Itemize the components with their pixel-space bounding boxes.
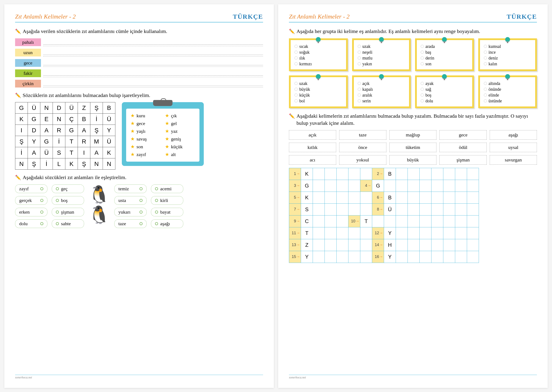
crossword-clue-cell[interactable]: 4→ bbox=[360, 180, 372, 192]
crossword-cell[interactable] bbox=[396, 251, 408, 263]
match-pill[interactable]: zayıf bbox=[15, 184, 47, 193]
note-item[interactable]: derin bbox=[421, 56, 470, 61]
crossword-cell[interactable] bbox=[313, 239, 325, 251]
crossword-letter-cell[interactable]: T bbox=[360, 215, 372, 227]
crossword-cell[interactable] bbox=[408, 192, 420, 203]
match-dot-icon[interactable] bbox=[140, 222, 142, 225]
match-pill[interactable]: dolu bbox=[15, 219, 47, 228]
crossword-cell[interactable] bbox=[408, 215, 420, 227]
color-bubble-icon[interactable] bbox=[484, 82, 487, 85]
note-item[interactable]: uzak bbox=[295, 81, 344, 86]
note-item[interactable]: altında bbox=[484, 81, 533, 86]
crossword-cell[interactable] bbox=[443, 203, 455, 215]
note-item[interactable]: kapalı bbox=[358, 87, 407, 92]
crossword-cell[interactable] bbox=[443, 180, 455, 192]
crossword-clue-cell[interactable]: 2→ bbox=[372, 168, 384, 180]
crossword-grid[interactable]: 1→K2→B3→G4→G5→K6→B7→S8→Ü9→C10→T11→T12→Y1… bbox=[289, 168, 479, 263]
color-bubble-icon[interactable] bbox=[421, 45, 424, 48]
crossword-clue-cell[interactable]: 13→ bbox=[289, 239, 301, 251]
crossword-cell[interactable] bbox=[396, 192, 408, 203]
crossword-cell[interactable] bbox=[313, 180, 325, 192]
crossword-cell[interactable] bbox=[360, 239, 372, 251]
crossword-cell[interactable] bbox=[313, 203, 325, 215]
crossword-clue-cell[interactable]: 9→ bbox=[289, 215, 301, 227]
grid-cell[interactable]: G bbox=[40, 136, 53, 147]
grid-cell[interactable]: N bbox=[53, 114, 65, 125]
color-bubble-icon[interactable] bbox=[358, 51, 361, 54]
crossword-cell[interactable] bbox=[432, 215, 443, 227]
crossword-cell[interactable] bbox=[348, 180, 360, 192]
crossword-letter-cell[interactable]: K bbox=[301, 192, 313, 203]
crossword-cell[interactable] bbox=[420, 203, 432, 215]
crossword-letter-cell[interactable]: Z bbox=[301, 239, 313, 251]
crossword-cell[interactable] bbox=[396, 180, 408, 192]
color-bubble-icon[interactable] bbox=[358, 56, 361, 59]
crossword-clue-cell[interactable]: 15→ bbox=[289, 251, 301, 263]
color-bubble-icon[interactable] bbox=[421, 56, 424, 59]
note-item[interactable]: bol bbox=[295, 98, 344, 104]
color-bubble-icon[interactable] bbox=[295, 82, 297, 85]
crossword-clue-cell[interactable]: 16→ bbox=[372, 251, 384, 263]
grid-cell[interactable]: K bbox=[103, 147, 115, 158]
crossword-letter-cell[interactable]: C bbox=[301, 215, 313, 227]
crossword-cell[interactable] bbox=[420, 239, 432, 251]
grid-cell[interactable]: B bbox=[103, 102, 115, 114]
note-item[interactable]: mutlu bbox=[358, 56, 407, 61]
crossword-cell[interactable] bbox=[443, 215, 455, 227]
grid-cell[interactable]: Ü bbox=[40, 147, 53, 158]
crossword-cell[interactable] bbox=[337, 180, 348, 192]
crossword-cell[interactable] bbox=[325, 203, 337, 215]
note-item[interactable]: ince bbox=[484, 50, 533, 55]
note-item[interactable]: kalın bbox=[484, 61, 533, 66]
crossword-cell[interactable] bbox=[360, 227, 372, 239]
crossword-cell[interactable] bbox=[313, 168, 325, 180]
crossword-cell[interactable] bbox=[467, 239, 479, 251]
color-bubble-icon[interactable] bbox=[421, 93, 424, 97]
crossword-clue-cell[interactable]: 14→ bbox=[372, 239, 384, 251]
writing-line[interactable] bbox=[43, 49, 263, 56]
grid-cell[interactable]: Y bbox=[103, 125, 115, 136]
writing-line[interactable] bbox=[43, 69, 263, 77]
grid-cell[interactable]: Ü bbox=[103, 114, 115, 125]
note-item[interactable]: büyük bbox=[295, 87, 344, 92]
crossword-cell[interactable] bbox=[420, 215, 432, 227]
crossword-cell[interactable] bbox=[384, 180, 396, 192]
grid-cell[interactable]: Ü bbox=[28, 102, 40, 114]
grid-cell[interactable]: G bbox=[28, 114, 40, 125]
color-bubble-icon[interactable] bbox=[421, 62, 424, 65]
crossword-cell[interactable] bbox=[455, 215, 467, 227]
writing-line[interactable] bbox=[43, 59, 263, 67]
grid-cell[interactable]: K bbox=[15, 114, 28, 125]
color-bubble-icon[interactable] bbox=[421, 82, 424, 85]
crossword-cell[interactable] bbox=[420, 251, 432, 263]
match-dot-icon[interactable] bbox=[40, 199, 43, 202]
crossword-cell[interactable] bbox=[455, 192, 467, 203]
color-bubble-icon[interactable] bbox=[484, 88, 487, 91]
crossword-cell[interactable] bbox=[432, 239, 443, 251]
color-bubble-icon[interactable] bbox=[484, 93, 487, 97]
crossword-cell[interactable] bbox=[408, 239, 420, 251]
grid-cell[interactable]: E bbox=[40, 114, 53, 125]
crossword-letter-cell[interactable]: Ü bbox=[384, 203, 396, 215]
color-bubble-icon[interactable] bbox=[295, 62, 297, 65]
color-bubble-icon[interactable] bbox=[358, 99, 361, 102]
crossword-cell[interactable] bbox=[313, 192, 325, 203]
grid-cell[interactable]: Ş bbox=[28, 158, 40, 170]
color-bubble-icon[interactable] bbox=[484, 45, 487, 48]
crossword-cell[interactable] bbox=[432, 168, 443, 180]
grid-cell[interactable]: B bbox=[78, 114, 90, 125]
color-bubble-icon[interactable] bbox=[421, 51, 424, 54]
grid-cell[interactable]: Z bbox=[78, 102, 90, 114]
note-item[interactable]: açık bbox=[358, 81, 407, 86]
match-pill[interactable]: yukarı bbox=[114, 208, 147, 216]
match-dot-icon[interactable] bbox=[56, 199, 59, 202]
crossword-cell[interactable] bbox=[467, 251, 479, 263]
crossword-cell[interactable] bbox=[408, 203, 420, 215]
note-item[interactable]: ayak bbox=[421, 81, 470, 86]
match-dot-icon[interactable] bbox=[155, 199, 158, 202]
grid-cell[interactable]: S bbox=[53, 147, 65, 158]
crossword-cell[interactable] bbox=[325, 251, 337, 263]
crossword-cell[interactable] bbox=[432, 251, 443, 263]
crossword-cell[interactable] bbox=[408, 251, 420, 263]
color-bubble-icon[interactable] bbox=[295, 56, 297, 59]
